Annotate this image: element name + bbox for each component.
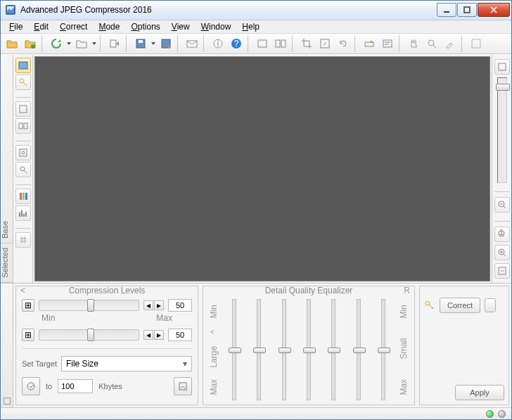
target-value-input[interactable]: 100 — [58, 379, 93, 393]
reload-drop-icon[interactable] — [66, 42, 72, 45]
open-file-icon[interactable] — [4, 35, 20, 52]
view-compare-icon[interactable] — [272, 35, 289, 52]
lt-zoom-region-icon[interactable] — [15, 162, 31, 177]
target-run-icon[interactable] — [174, 377, 192, 395]
eq-band[interactable] — [302, 299, 315, 401]
to-label: to — [46, 382, 52, 390]
selection-icon[interactable] — [468, 35, 485, 52]
help-icon[interactable]: ? — [228, 35, 245, 52]
slider2-value[interactable]: 50 — [168, 329, 192, 341]
lt-preview-icon[interactable] — [15, 58, 31, 73]
key-icon — [424, 300, 435, 311]
rt-zoom-in-icon[interactable] — [494, 245, 510, 260]
rt-zoom-out-icon[interactable] — [494, 197, 510, 212]
eq-band[interactable] — [377, 299, 390, 401]
info-icon[interactable]: i — [210, 35, 226, 52]
set-target-combo[interactable]: File Size ▾ — [61, 356, 192, 371]
crop-icon[interactable] — [298, 35, 315, 52]
svg-rect-2 — [444, 11, 449, 13]
svg-rect-25 — [19, 123, 23, 129]
tab-base[interactable]: Base — [1, 217, 13, 243]
target-apply-icon[interactable] — [22, 377, 40, 395]
text-icon[interactable] — [379, 35, 396, 52]
comp-collapse-icon[interactable]: < — [20, 286, 25, 295]
lt-mode1-icon[interactable] — [15, 101, 31, 117]
compression-slider-1[interactable] — [39, 300, 139, 311]
lt-mode2-icon[interactable] — [15, 118, 31, 134]
rt-zoom-actual-icon[interactable]: 1 — [494, 227, 510, 242]
title-bar: Advanced JPEG Compressor 2016 — [1, 1, 511, 20]
minimize-button[interactable] — [437, 3, 456, 17]
bottom-panels: <Compression Levels ⊞ ◂ ▸ 50 MinMax ⊞ ◂ … — [1, 283, 511, 408]
compression-slider-2[interactable] — [39, 329, 139, 341]
menu-edit[interactable]: Edit — [28, 20, 54, 33]
rt-zoom-fit-icon[interactable] — [494, 263, 510, 279]
correct-extra-button[interactable] — [485, 298, 496, 312]
save-drop-icon[interactable] — [151, 42, 156, 45]
slider1-inc-icon[interactable]: ▸ — [154, 300, 164, 310]
lock2-icon[interactable]: ⊞ — [22, 329, 34, 341]
slider1-dec-icon[interactable]: ◂ — [143, 300, 153, 310]
menu-file[interactable]: File — [4, 20, 28, 33]
eq-band[interactable] — [228, 299, 241, 401]
browse-drop-icon[interactable] — [91, 42, 97, 45]
correct-button[interactable]: Correct — [440, 298, 480, 313]
eq-band[interactable] — [352, 299, 365, 401]
equalizer-panel: Detail Quality EqualizerR Max Large ^ Mi… — [203, 286, 415, 406]
export-icon[interactable] — [106, 35, 123, 52]
lock1-icon[interactable]: ⊞ — [22, 299, 34, 312]
watermark-icon[interactable] — [361, 35, 378, 52]
menu-help[interactable]: Help — [236, 20, 265, 33]
svg-rect-26 — [24, 123, 27, 129]
lt-channels-icon[interactable] — [15, 189, 31, 204]
eq-band[interactable] — [278, 299, 290, 401]
open-recent-icon[interactable] — [22, 35, 39, 52]
tab-selected[interactable]: Selected — [1, 243, 13, 283]
svg-text:?: ? — [234, 39, 239, 49]
svg-point-39 — [27, 383, 34, 390]
save-as-icon[interactable] — [158, 35, 174, 52]
slider1-value[interactable]: 50 — [168, 299, 192, 312]
eyedropper-icon[interactable] — [442, 35, 459, 52]
lt-histogram-icon[interactable] — [15, 205, 31, 221]
status-led-gray-icon — [498, 410, 506, 418]
svg-point-4 — [31, 44, 35, 49]
reload-icon[interactable] — [48, 35, 65, 52]
lt-key-icon[interactable] — [15, 75, 31, 90]
lt-grid-icon[interactable] — [15, 232, 31, 248]
menu-options[interactable]: Options — [125, 20, 165, 33]
eq-band[interactable] — [327, 299, 340, 401]
eq-r-label[interactable]: R — [404, 286, 410, 295]
svg-rect-5 — [110, 40, 116, 47]
svg-point-20 — [428, 40, 434, 46]
lt-zoom-fit-icon[interactable] — [15, 145, 31, 160]
menu-mode[interactable]: Mode — [93, 20, 125, 33]
menu-window[interactable]: Window — [196, 20, 237, 33]
menu-view[interactable]: View — [166, 20, 196, 33]
zoom-tool-icon[interactable] — [423, 35, 440, 52]
eq-band[interactable] — [252, 299, 265, 401]
maximize-button[interactable] — [457, 3, 477, 17]
rt-expand-icon[interactable] — [494, 59, 510, 75]
right-toolbar: 1 — [492, 55, 511, 283]
status-bar — [1, 407, 511, 419]
menu-correct[interactable]: Correct — [54, 20, 93, 33]
slider2-inc-icon[interactable]: ▸ — [154, 330, 164, 340]
resize-icon[interactable] — [316, 35, 333, 52]
correct-panel: Correct Apply — [419, 286, 509, 406]
zoom-slider[interactable] — [497, 77, 507, 183]
close-button[interactable] — [478, 3, 510, 17]
hand-icon[interactable] — [405, 35, 422, 52]
view-original-icon[interactable] — [254, 35, 271, 52]
image-canvas[interactable] — [34, 56, 490, 281]
svg-rect-7 — [139, 40, 143, 43]
rotate-icon[interactable] — [335, 35, 352, 52]
apply-button[interactable]: Apply — [455, 385, 504, 400]
work-area: Base Selected 1 — [1, 54, 511, 283]
save-icon[interactable] — [132, 35, 149, 52]
browse-folder-icon[interactable] — [73, 35, 90, 52]
mail-icon[interactable] — [184, 35, 200, 52]
slider2-dec-icon[interactable]: ◂ — [143, 330, 153, 340]
eq-bands — [219, 299, 399, 401]
checkbox-icon[interactable] — [4, 397, 11, 405]
